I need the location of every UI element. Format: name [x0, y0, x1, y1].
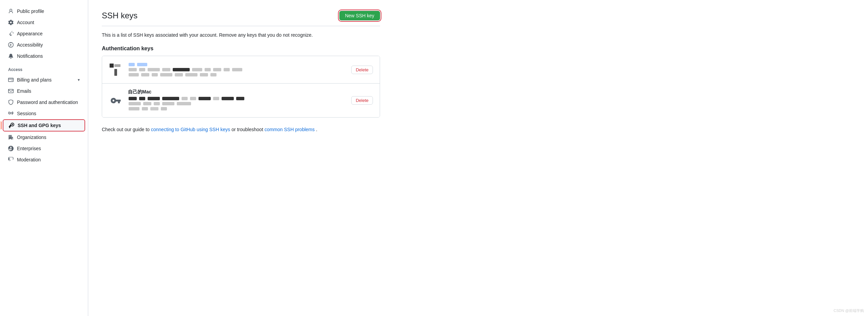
sidebar-item-label: Account — [17, 20, 34, 25]
key-meta-1 — [128, 73, 346, 77]
credit-card-icon — [8, 77, 14, 83]
key-avatar-2 — [109, 94, 122, 107]
sidebar-item-label: Sessions — [17, 111, 36, 116]
sidebar-item-enterprises[interactable]: Enterprises — [3, 143, 85, 154]
key-icon — [9, 123, 14, 128]
table-row: 自己的Mac — [102, 84, 380, 117]
footer-text: Check out our guide to connecting to Git… — [102, 126, 380, 133]
bell-icon — [8, 53, 14, 59]
main-content: SSH keys New SSH key This is a list of S… — [88, 0, 394, 316]
sidebar-item-ssh-gpg[interactable]: SSH and GPG keys — [3, 120, 84, 131]
ssh-gpg-active-wrap: SSH and GPG keys — [3, 119, 85, 131]
page-title: SSH keys — [102, 11, 137, 20]
ssh-keys-guide-link[interactable]: connecting to GitHub using SSH keys — [151, 127, 230, 132]
key-name-2: 自己的Mac — [128, 89, 346, 95]
accessibility-icon — [8, 42, 14, 48]
key-meta-2 — [128, 102, 346, 106]
globe-icon — [8, 146, 14, 151]
sidebar-item-label: Password and authentication — [17, 100, 78, 105]
sidebar-item-label: Organizations — [17, 135, 46, 140]
sidebar-item-billing[interactable]: Billing and plans ▾ — [3, 74, 85, 85]
table-row: Delete — [102, 56, 380, 84]
keys-list: Delete 自己的Mac — [102, 56, 380, 118]
ssh-problems-link[interactable]: common SSH problems — [264, 127, 315, 132]
sidebar-item-label: Moderation — [17, 157, 41, 162]
sidebar-item-label: Emails — [17, 88, 31, 94]
sidebar-item-public-profile[interactable]: Public profile — [3, 6, 85, 17]
access-section-label: Access — [0, 62, 88, 74]
sidebar-item-label: SSH and GPG keys — [18, 123, 61, 128]
sidebar-item-accessibility[interactable]: Accessibility — [3, 39, 85, 50]
sidebar-item-label: Public profile — [17, 8, 44, 14]
sidebar-item-account[interactable]: Account — [3, 17, 85, 28]
sidebar-item-appearance[interactable]: Appearance — [3, 28, 85, 39]
person-icon — [8, 8, 14, 14]
key-fingerprint-1 — [128, 68, 346, 72]
sidebar: Public profile Account Appearance Access… — [0, 0, 88, 316]
watermark: CSDN @前端学购 — [834, 308, 864, 313]
sidebar-item-label: Accessibility — [17, 42, 43, 48]
gear-icon — [8, 20, 14, 25]
org-icon — [8, 135, 14, 140]
sidebar-item-sessions[interactable]: Sessions — [3, 108, 85, 119]
sidebar-item-organizations[interactable]: Organizations — [3, 132, 85, 143]
page-header: SSH keys New SSH key — [102, 11, 380, 26]
key-avatar-1 — [109, 63, 122, 76]
key-info-1 — [128, 62, 346, 78]
page-description: This is a list of SSH keys associated wi… — [102, 32, 380, 39]
moderation-icon — [8, 157, 14, 162]
delete-button-1[interactable]: Delete — [351, 66, 373, 74]
shield-icon — [8, 100, 14, 105]
sidebar-item-moderation[interactable]: Moderation — [3, 154, 85, 165]
key-info-2: 自己的Mac — [128, 89, 346, 112]
sidebar-item-label: Billing and plans — [17, 77, 52, 83]
sidebar-item-notifications[interactable]: Notifications — [3, 51, 85, 62]
sidebar-item-label: Appearance — [17, 31, 43, 36]
sidebar-item-emails[interactable]: Emails — [3, 86, 85, 96]
sidebar-item-password-auth[interactable]: Password and authentication — [3, 97, 85, 108]
new-ssh-key-button[interactable]: New SSH key — [339, 11, 380, 20]
broadcast-icon — [8, 111, 14, 116]
key-title-row-1 — [128, 63, 346, 67]
paintbrush-icon — [8, 31, 14, 36]
sidebar-item-label: Enterprises — [17, 146, 41, 151]
sidebar-item-label: Notifications — [17, 53, 43, 59]
mail-icon — [8, 88, 14, 94]
auth-keys-title: Authentication keys — [102, 46, 380, 52]
delete-button-2[interactable]: Delete — [351, 96, 373, 105]
chevron-down-icon: ▾ — [78, 77, 80, 82]
key-fingerprint-2 — [128, 96, 346, 101]
key-meta-extra-2 — [128, 107, 346, 111]
